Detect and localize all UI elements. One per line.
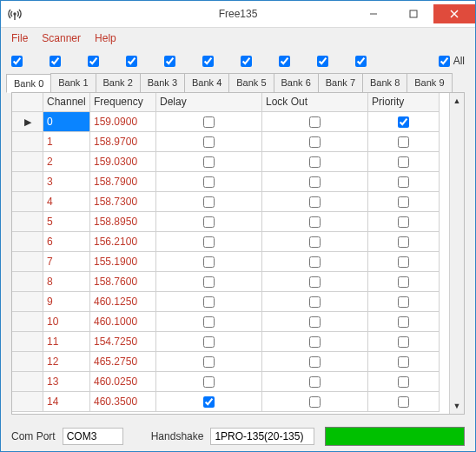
bank-check-1[interactable]	[50, 56, 61, 67]
lockout-checkbox[interactable]	[309, 396, 321, 408]
delay-checkbox[interactable]	[203, 216, 215, 228]
delay-checkbox[interactable]	[203, 356, 215, 368]
cell-delay[interactable]	[156, 152, 262, 172]
bank-check-0[interactable]	[11, 56, 23, 67]
cell-priority[interactable]	[368, 172, 440, 192]
cell-priority[interactable]	[368, 292, 440, 312]
row-header[interactable]	[12, 292, 43, 312]
cell-frequency[interactable]: 159.0300	[90, 152, 156, 172]
cell-delay[interactable]	[156, 292, 262, 312]
cell-lockout[interactable]	[262, 132, 368, 152]
cell-frequency[interactable]: 159.0900	[90, 112, 156, 132]
cell-frequency[interactable]: 156.2100	[90, 232, 156, 252]
cell-delay[interactable]	[156, 352, 262, 372]
cell-frequency[interactable]: 158.8950	[90, 212, 156, 232]
row-header[interactable]	[12, 372, 43, 392]
cell-priority[interactable]	[368, 252, 440, 272]
cell-delay[interactable]	[156, 132, 262, 152]
cell-frequency[interactable]: 460.1250	[90, 292, 156, 312]
cell-lockout[interactable]	[262, 312, 368, 332]
priority-checkbox[interactable]	[398, 176, 409, 188]
cell-channel[interactable]: 4	[43, 192, 90, 212]
tab-bank-6[interactable]: Bank 6	[274, 73, 319, 92]
close-button[interactable]	[433, 4, 475, 23]
bank-check-all[interactable]	[439, 56, 450, 67]
cell-frequency[interactable]: 465.2750	[90, 352, 156, 372]
row-header[interactable]	[12, 352, 43, 372]
row-header[interactable]	[12, 252, 43, 272]
menu-file[interactable]: File	[11, 32, 28, 44]
row-header[interactable]	[12, 212, 43, 232]
cell-priority[interactable]	[368, 112, 440, 132]
cell-delay[interactable]	[156, 192, 262, 212]
bank-check-7[interactable]	[279, 56, 290, 67]
cell-lockout[interactable]	[262, 172, 368, 192]
cell-delay[interactable]	[156, 372, 262, 392]
row-header[interactable]	[12, 132, 43, 152]
lockout-checkbox[interactable]	[309, 156, 321, 168]
column-header-priority[interactable]: Priority	[368, 93, 440, 112]
cell-channel[interactable]: 2	[43, 152, 90, 172]
cell-lockout[interactable]	[262, 392, 368, 412]
cell-priority[interactable]	[368, 392, 440, 412]
cell-delay[interactable]	[156, 172, 262, 192]
bank-check-3[interactable]	[126, 56, 137, 67]
cell-delay[interactable]	[156, 332, 262, 352]
cell-lockout[interactable]	[262, 112, 368, 132]
cell-channel[interactable]: 14	[43, 392, 90, 412]
cell-frequency[interactable]: 460.0250	[90, 372, 156, 392]
lockout-checkbox[interactable]	[309, 236, 321, 248]
cell-channel[interactable]: 1	[43, 132, 90, 152]
priority-checkbox[interactable]	[398, 156, 409, 168]
menu-scanner[interactable]: Scanner	[42, 32, 81, 44]
row-header[interactable]	[12, 312, 43, 332]
cell-priority[interactable]	[368, 212, 440, 232]
cell-frequency[interactable]: 158.9700	[90, 132, 156, 152]
delay-checkbox[interactable]	[203, 236, 215, 248]
priority-checkbox[interactable]	[398, 316, 409, 328]
delay-checkbox[interactable]	[203, 256, 215, 268]
lockout-checkbox[interactable]	[309, 116, 321, 128]
tab-bank-3[interactable]: Bank 3	[140, 73, 185, 92]
row-header[interactable]	[12, 172, 43, 192]
com-port-input[interactable]	[63, 428, 123, 445]
delay-checkbox[interactable]	[203, 376, 215, 388]
column-header-channel[interactable]: Channel	[43, 93, 90, 112]
delay-checkbox[interactable]	[203, 116, 215, 128]
cell-lockout[interactable]	[262, 192, 368, 212]
maximize-button[interactable]	[393, 4, 433, 23]
row-header[interactable]	[12, 392, 43, 412]
cell-frequency[interactable]: 158.7600	[90, 272, 156, 292]
cell-channel[interactable]: 12	[43, 352, 90, 372]
cell-priority[interactable]	[368, 192, 440, 212]
cell-lockout[interactable]	[262, 152, 368, 172]
delay-checkbox[interactable]	[203, 296, 215, 308]
cell-channel[interactable]: 8	[43, 272, 90, 292]
lockout-checkbox[interactable]	[309, 196, 321, 208]
cell-channel[interactable]: 0	[43, 112, 90, 132]
titlebar[interactable]: Free135	[1, 1, 475, 28]
cell-frequency[interactable]: 460.3500	[90, 392, 156, 412]
tab-bank-7[interactable]: Bank 7	[318, 73, 363, 92]
delay-checkbox[interactable]	[203, 196, 215, 208]
priority-checkbox[interactable]	[398, 356, 409, 368]
cell-lockout[interactable]	[262, 332, 368, 352]
cell-frequency[interactable]: 460.1000	[90, 312, 156, 332]
lockout-checkbox[interactable]	[309, 136, 321, 148]
cell-priority[interactable]	[368, 232, 440, 252]
delay-checkbox[interactable]	[203, 316, 215, 328]
row-header[interactable]: ▶	[12, 112, 43, 132]
tab-bank-0[interactable]: Bank 0	[6, 74, 51, 93]
cell-lockout[interactable]	[262, 212, 368, 232]
cell-lockout[interactable]	[262, 292, 368, 312]
row-header[interactable]	[12, 332, 43, 352]
minimize-button[interactable]	[354, 4, 393, 23]
row-header[interactable]	[12, 152, 43, 172]
cell-frequency[interactable]: 158.7900	[90, 172, 156, 192]
handshake-input[interactable]	[210, 428, 314, 445]
bank-check-5[interactable]	[202, 56, 214, 67]
priority-checkbox[interactable]	[398, 136, 409, 148]
cell-delay[interactable]	[156, 272, 262, 292]
bank-check-9[interactable]	[355, 56, 367, 67]
cell-lockout[interactable]	[262, 272, 368, 292]
